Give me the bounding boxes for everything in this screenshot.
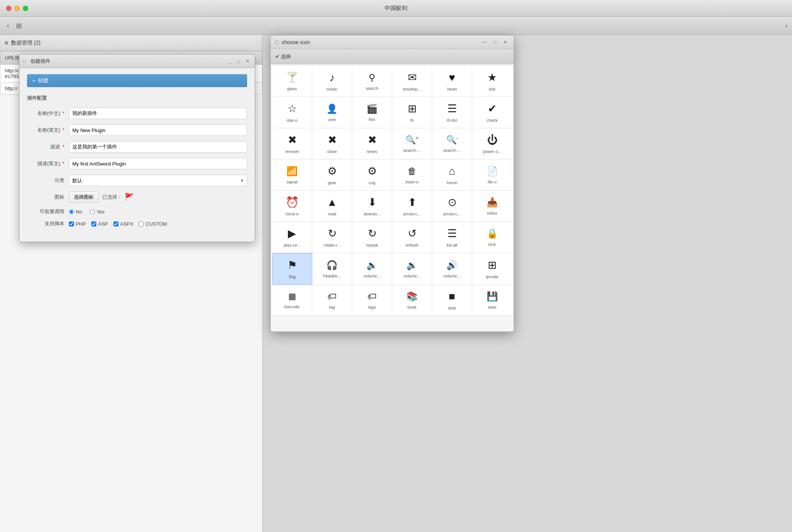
icon-heart[interactable]: ♥ heart: [432, 66, 472, 97]
icon-volume-off[interactable]: 🔈 volume...: [352, 253, 392, 285]
icon-remove[interactable]: ✖ remove: [272, 128, 312, 159]
back-arrow-icon[interactable]: ‹: [5, 20, 11, 31]
icon-signal[interactable]: 📶 signal: [272, 159, 312, 190]
maximize-btn[interactable]: □: [236, 58, 241, 64]
icon-music[interactable]: ♪ music: [312, 66, 352, 97]
icon-search-plus-label: search-...: [403, 148, 421, 153]
save-icon: 💾: [487, 291, 498, 302]
close-button[interactable]: [6, 6, 11, 11]
film-icon: 🎬: [366, 104, 378, 114]
checkbox-asp: ASP: [91, 221, 108, 227]
icons-row-5: ⏰ clock-o ▲ road ⬇ downlo... ⬆ arrow-c..…: [272, 191, 512, 222]
create-plugin-titlebar: □ 创建插件 _ □ ✕: [19, 54, 255, 68]
icon-book-label: book: [407, 305, 417, 309]
icon-search[interactable]: ⚲ search: [352, 66, 392, 97]
icon-th-list[interactable]: ☰ th-list: [432, 97, 472, 128]
icon-flag[interactable]: ⚑ flag: [272, 253, 312, 285]
clock-o-icon: ⏰: [286, 196, 299, 209]
icons-row-4: 📶 signal ⚙ gear ⚙ cog 🗑 trash-o ⌂ ho: [272, 159, 512, 191]
icon-download[interactable]: ⬇ downlo...: [352, 191, 392, 221]
input-name-cn[interactable]: [69, 108, 247, 119]
batch-radio-group: No Yes: [69, 209, 247, 215]
category-select[interactable]: 默认: [69, 175, 247, 186]
icon-stop-label: stop: [448, 306, 456, 310]
icon-search-minus[interactable]: 🔍- search-...: [432, 128, 472, 159]
icon-file-o[interactable]: 📄 file-o: [472, 159, 512, 190]
icon-road[interactable]: ▲ road: [312, 191, 352, 221]
minimize-button[interactable]: [14, 6, 20, 11]
icon-envelope[interactable]: ✉ envelop...: [392, 66, 432, 97]
icon-volume-up[interactable]: 🔊 volume...: [432, 253, 472, 285]
dialog-min-btn[interactable]: —: [481, 39, 489, 46]
maximize-button[interactable]: [23, 6, 28, 11]
icon-list-alt[interactable]: ☰ list-alt: [432, 222, 472, 253]
icon-gear[interactable]: ⚙ gear: [312, 159, 352, 190]
icon-tags[interactable]: 🏷 tags: [352, 285, 392, 315]
checkbox-php-input[interactable]: [69, 221, 74, 226]
icon-cog[interactable]: ⚙ cog: [352, 159, 392, 190]
icon-repeat[interactable]: ↻ repeat: [352, 222, 392, 253]
icon-barcode[interactable]: ▦ barcode: [272, 285, 312, 315]
icon-lock[interactable]: 🔒 lock: [472, 222, 512, 253]
icon-save[interactable]: 💾 save: [472, 285, 512, 315]
icon-check-label: check: [487, 118, 498, 123]
icon-volume-down[interactable]: 🔉 volume...: [392, 253, 432, 285]
icon-power-off[interactable]: ⏻ power-o...: [472, 128, 512, 159]
dialog-close-btn[interactable]: ✕: [501, 39, 509, 46]
radio-no: No: [69, 209, 82, 215]
icon-headphones[interactable]: 🎧 headph...: [312, 253, 352, 285]
check-icon: ✔: [488, 102, 497, 115]
icon-star-o[interactable]: ☆ star-o: [272, 97, 312, 128]
icon-play-circle[interactable]: ▶ play-cir...: [272, 222, 312, 253]
icon-clock-o[interactable]: ⏰ clock-o: [272, 191, 312, 221]
icon-glass[interactable]: 🍸 glass: [272, 66, 312, 97]
arrow-circle-up-icon: ⬆: [408, 196, 417, 209]
file-o-icon: 📄: [487, 166, 498, 177]
close-btn[interactable]: ✕: [244, 58, 251, 64]
icon-search-plus[interactable]: 🔍+ search-...: [392, 128, 432, 159]
icon-th[interactable]: ⊞ th: [392, 97, 432, 128]
icon-trash-o[interactable]: 🗑 trash-o: [392, 159, 432, 190]
times-icon: ✖: [368, 134, 377, 146]
input-name-en[interactable]: [69, 124, 247, 136]
checkbox-aspx-input[interactable]: [113, 221, 118, 226]
window-controls: [6, 6, 28, 11]
icon-user[interactable]: 👤 user: [312, 97, 352, 128]
dialog-max-btn[interactable]: □: [492, 39, 498, 46]
forward-arrow-icon[interactable]: ›: [785, 22, 787, 30]
input-desc-cn[interactable]: [69, 141, 247, 153]
icons-row-8: ▦ barcode 🏷 tag 🏷 tags 📚 book ■ sto: [272, 285, 512, 316]
inbox-icon: 📥: [487, 197, 498, 208]
gear-icon: ⚙: [327, 165, 337, 177]
icon-stop[interactable]: ■ stop: [432, 285, 472, 315]
icon-tag[interactable]: 🏷 tag: [312, 285, 352, 315]
icon-refresh[interactable]: ↺ refresh: [392, 222, 432, 253]
icon-rotate-right[interactable]: ↻ rotate-r...: [312, 222, 352, 253]
minimize-btn[interactable]: _: [227, 58, 233, 64]
icon-book[interactable]: 📚 book: [392, 285, 432, 315]
tags-icon: 🏷: [367, 291, 377, 302]
icon-download-label: downlo...: [364, 212, 380, 216]
icon-times[interactable]: ✖ times: [352, 128, 392, 159]
icon-qrcode-label: qrcode: [486, 274, 499, 279]
form-row-desc-en: 描述(英文) *: [27, 158, 247, 169]
icon-close[interactable]: ✖ close: [312, 128, 352, 159]
input-desc-en[interactable]: [69, 158, 247, 169]
icon-inbox[interactable]: 📥 inbox: [472, 191, 512, 221]
icon-check[interactable]: ✔ check: [472, 97, 512, 128]
dialog-select-button[interactable]: ✔ 选择: [275, 53, 291, 60]
icon-arrow-circle-up[interactable]: ⬆ arrow-c...: [392, 191, 432, 221]
grid-icon[interactable]: ⊞: [16, 22, 22, 30]
icon-home[interactable]: ⌂ home: [432, 159, 472, 190]
icon-arrow-circle-down[interactable]: ⊙ arrow-c...: [432, 191, 472, 221]
choose-icon-button[interactable]: 选择图标: [69, 191, 99, 203]
radio-yes-input[interactable]: [90, 209, 95, 214]
icon-barcode-label: barcode: [284, 304, 300, 309]
checkbox-custom-input[interactable]: [139, 221, 144, 226]
cog-icon: ⚙: [367, 165, 377, 177]
icon-film[interactable]: 🎬 film: [352, 97, 392, 128]
checkbox-asp-input[interactable]: [91, 221, 96, 226]
radio-no-input[interactable]: [69, 209, 74, 214]
icon-qrcode[interactable]: ⊞ qrcode: [472, 253, 512, 285]
icon-star[interactable]: ★ star: [472, 66, 512, 97]
